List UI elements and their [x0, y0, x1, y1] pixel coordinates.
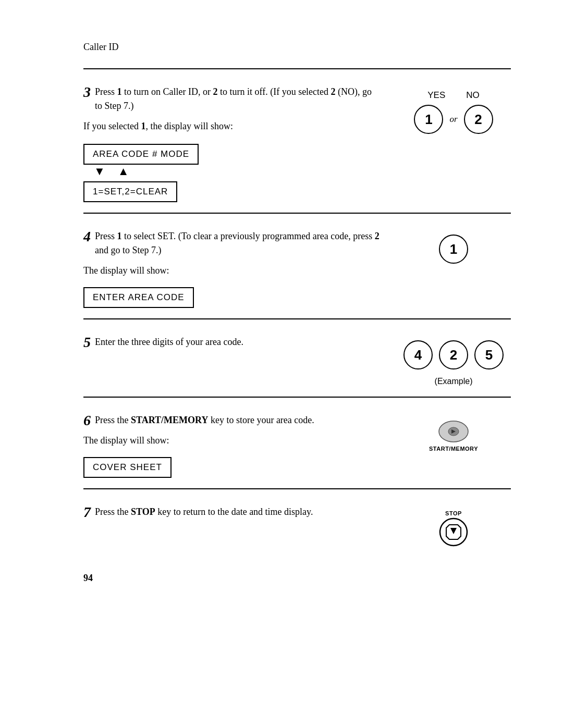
start-memory-icon: START/MEMORY — [429, 418, 478, 452]
step4-text: 4 Press 1 to select SET. (To clear a pre… — [83, 229, 381, 257]
step3-section: 3 Press 1 to turn on Caller ID, or 2 to … — [83, 68, 511, 213]
svg-marker-5 — [450, 528, 457, 534]
step6-number: 6 — [83, 413, 91, 428]
btn-5[interactable]: 5 — [474, 340, 504, 369]
no-label: NO — [466, 90, 480, 101]
step6-display-container: COVER SHEET — [83, 453, 381, 478]
stop-text-label: STOP — [445, 510, 462, 516]
example-label: (Example) — [435, 377, 473, 386]
step7-left: 7 Press the STOP key to return to the da… — [83, 505, 381, 547]
step7-text: 7 Press the STOP key to return to the da… — [83, 505, 381, 519]
start-memory-label: START/MEMORY — [429, 446, 478, 452]
set-clear-display: 1=SET,2=CLEAR — [83, 181, 177, 202]
step6-right: START/MEMORY — [396, 413, 511, 478]
btn-2-step5[interactable]: 2 — [439, 340, 468, 369]
step6-left: 6 Press the START/MEMORY key to store yo… — [83, 413, 381, 478]
arrow-down-icon: ▼ — [94, 166, 105, 177]
step5-left: 5 Enter the three digits of your area co… — [83, 335, 381, 386]
stop-svg — [439, 517, 468, 547]
step7-section: 7 Press the STOP key to return to the da… — [83, 488, 511, 557]
step7-right: STOP — [396, 505, 511, 547]
caller-id-header: Caller ID — [83, 42, 511, 53]
step6-subtext: The display will show: — [83, 434, 381, 448]
step4-right: 1 — [396, 229, 511, 308]
cover-sheet-display: COVER SHEET — [83, 457, 172, 478]
step5-text: 5 Enter the three digits of your area co… — [83, 335, 381, 349]
page: Caller ID 3 Press 1 to turn on Caller ID… — [0, 0, 563, 728]
step3-subtext: If you selected 1, the display will show… — [83, 119, 381, 133]
btn-1-yes[interactable]: 1 — [414, 105, 443, 134]
step5-right: 4 2 5 (Example) — [396, 335, 511, 386]
step4-number: 4 — [83, 229, 91, 244]
start-memory-svg — [438, 418, 469, 445]
yes-no-buttons: 1 or 2 — [414, 105, 493, 134]
digit-buttons-group: 4 2 5 — [403, 340, 504, 369]
arrow-up-icon: ▲ — [118, 166, 129, 177]
step4-subtext: The display will show: — [83, 264, 381, 278]
btn-2-no[interactable]: 2 — [464, 105, 493, 134]
btn-4[interactable]: 4 — [403, 340, 433, 369]
step4-left: 4 Press 1 to select SET. (To clear a pre… — [83, 229, 381, 308]
step5-number: 5 — [83, 335, 91, 350]
step6-section: 6 Press the START/MEMORY key to store yo… — [83, 397, 511, 488]
yes-label: YES — [427, 90, 445, 101]
step7-number: 7 — [83, 505, 91, 520]
stop-icon: STOP — [439, 510, 468, 547]
step3-right: YES NO 1 or 2 — [396, 85, 511, 202]
enter-area-code-display: ENTER AREA CODE — [83, 287, 194, 308]
yes-no-group: YES NO 1 or 2 — [414, 90, 493, 134]
page-number: 94 — [83, 573, 511, 584]
area-code-mode-display: AREA CODE # MODE — [83, 144, 199, 165]
step3-text: 3 Press 1 to turn on Caller ID, or 2 to … — [83, 85, 381, 113]
step6-text: 6 Press the START/MEMORY key to store yo… — [83, 413, 381, 427]
step3-display-block: AREA CODE # MODE ▼ ▲ 1=SET,2=CLEAR — [83, 140, 381, 202]
yes-no-labels: YES NO — [427, 90, 480, 101]
step3-left: 3 Press 1 to turn on Caller ID, or 2 to … — [83, 85, 381, 202]
btn-1-step4[interactable]: 1 — [439, 235, 468, 264]
arrows-row: ▼ ▲ — [94, 166, 381, 177]
step3-number: 3 — [83, 85, 91, 100]
step4-section: 4 Press 1 to select SET. (To clear a pre… — [83, 213, 511, 318]
or-text: or — [449, 114, 457, 125]
step4-display-container: ENTER AREA CODE — [83, 283, 381, 308]
step5-section: 5 Enter the three digits of your area co… — [83, 318, 511, 397]
